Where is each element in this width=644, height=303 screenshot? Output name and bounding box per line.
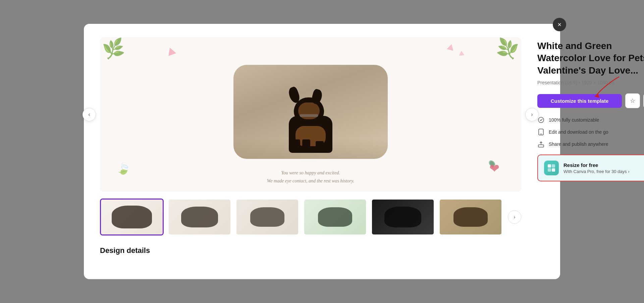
close-button[interactable]: × (553, 18, 566, 31)
template-title: White and Green Watercolor Love for Pets… (537, 40, 644, 77)
modal-body: ‹ 🌿 🌿 (100, 37, 544, 255)
template-meta: Presentation (16:9) • 1920 × 1080 px (537, 80, 644, 85)
thumbnail-3[interactable] (235, 199, 299, 235)
prev-slide-button[interactable]: ‹ (83, 108, 96, 121)
thumbnail-6[interactable] (439, 199, 502, 235)
action-row: Customize this template ☆ ··· (537, 93, 644, 108)
resize-title: Resize for free (564, 162, 630, 168)
share-icon (537, 140, 545, 148)
design-details-heading: Design details (100, 246, 521, 255)
slide-caption-line1: You were so happy and excited. (267, 169, 354, 177)
close-icon: × (557, 21, 561, 29)
thumbnails-more-button[interactable]: › (508, 210, 521, 224)
svg-point-1 (538, 117, 544, 123)
feature-edit-download-text: Edit and download on the go (549, 129, 608, 135)
branch-top-left: 🌿 (101, 38, 126, 59)
slide-caption: You were so happy and excited. We made e… (267, 169, 354, 185)
thumbnail-2[interactable] (168, 199, 231, 235)
feature-share-text: Share and publish anywhere (549, 141, 608, 147)
resize-subtitle: With Canva Pro, free for 30 days › (564, 169, 630, 174)
favorite-button[interactable]: ☆ (625, 93, 640, 108)
info-panel: White and Green Watercolor Love for Pets… (537, 37, 644, 181)
chevron-left-icon: ‹ (88, 112, 90, 118)
feature-edit-download: Edit and download on the go (537, 128, 644, 136)
resize-card[interactable]: Resize for free With Canva Pro, free for… (537, 155, 644, 181)
template-modal: × ‹ 🌿 🌿 (84, 24, 560, 279)
features-list: 100% fully customizable Edit and downloa… (537, 116, 644, 148)
feature-customizable: 100% fully customizable (537, 116, 644, 124)
main-preview-wrapper: ‹ 🌿 🌿 (100, 37, 521, 192)
svg-rect-7 (552, 164, 555, 168)
thumbnail-1[interactable] (100, 199, 164, 235)
slide-caption-line2: We made eye contact, and the rest was hi… (267, 177, 354, 185)
main-slide-preview: 🌿 🌿 (100, 37, 521, 192)
dog-photo-frame (233, 65, 388, 159)
svg-rect-5 (548, 164, 551, 168)
branch-top-right: 🌿 (495, 38, 520, 59)
svg-rect-6 (552, 168, 555, 172)
resize-text: Resize for free With Canva Pro, free for… (564, 162, 630, 174)
svg-rect-4 (538, 145, 544, 147)
thumbnail-4[interactable] (303, 199, 367, 235)
slide-content: 🌿 🌿 (100, 37, 521, 192)
chevron-right-icon: › (514, 214, 516, 220)
deco-leaves-bottom-left: 🍃 (116, 161, 132, 176)
deco-heart-bottom-right: ❤ (489, 162, 499, 176)
resize-icon-box (544, 161, 559, 175)
customize-template-button[interactable]: Customize this template (537, 94, 622, 108)
deco-triangle-top-right (447, 43, 455, 51)
thumbnail-5[interactable] (371, 199, 435, 235)
deco-triangle-top-left (166, 46, 176, 56)
customizable-icon (537, 116, 545, 124)
mobile-icon (537, 128, 545, 136)
next-slide-button[interactable]: › (525, 108, 539, 121)
preview-section: ‹ 🌿 🌿 (100, 37, 521, 255)
star-icon: ☆ (630, 97, 635, 104)
feature-share: Share and publish anywhere (537, 140, 644, 148)
deco-triangle-top-right-2 (459, 50, 464, 55)
thumbnails-row: › (100, 199, 521, 235)
svg-rect-8 (548, 168, 551, 172)
feature-customizable-text: 100% fully customizable (549, 117, 599, 123)
chevron-right-icon: › (531, 112, 533, 118)
